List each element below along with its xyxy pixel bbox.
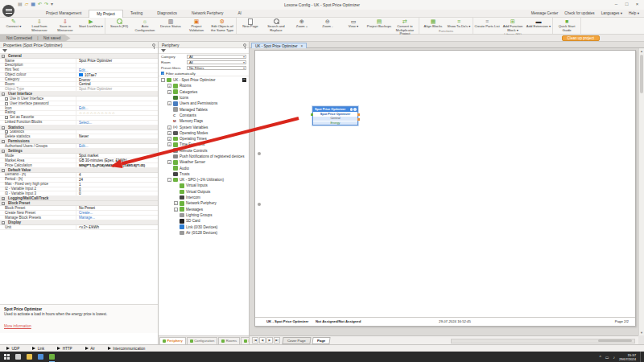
filter-select-preset-filters[interactable]: No Filters xyxy=(187,66,246,71)
property-value[interactable] xyxy=(76,64,158,68)
monitor-air[interactable]: Air xyxy=(85,347,95,351)
block-option-icon[interactable] xyxy=(350,108,353,110)
vertical-scrollbar[interactable]: ▲ ▼ xyxy=(638,48,644,335)
search-and-replace-button[interactable]: Search and Replace xyxy=(263,18,289,36)
maximize-button[interactable]: □ xyxy=(621,0,632,8)
loxone-config-icon[interactable] xyxy=(49,354,55,360)
sheet-tab-cover-page[interactable]: Cover Page xyxy=(282,337,311,344)
property-value[interactable] xyxy=(76,101,158,105)
tree-item-memory-flags[interactable]: MMemory Flags xyxy=(159,118,249,124)
volume-icon[interactable]: ♪ xyxy=(613,355,616,360)
previous-page-button[interactable]: ◀ xyxy=(259,337,266,343)
block-output-pin[interactable] xyxy=(357,113,360,116)
property-value[interactable]: GB 30-minutes (Epex, £/kWh) xyxy=(76,158,158,162)
property-group-settings[interactable]: –Settings xyxy=(0,149,158,154)
file-explorer-icon[interactable] xyxy=(27,354,32,360)
pin-icon[interactable] xyxy=(243,43,246,47)
expand-icon[interactable]: + xyxy=(174,208,178,212)
tree-item-time-functions[interactable]: +Time Functions xyxy=(159,142,249,147)
edit-objects-of-the-same-type-button[interactable]: ⚙Edit Objects of the Same Type xyxy=(209,18,235,32)
create-parts-list-button[interactable]: ≡Create Parts List xyxy=(474,18,500,32)
scrollbar-thumb[interactable] xyxy=(598,339,632,342)
property-value[interactable]: Select... xyxy=(76,121,158,125)
property-value[interactable]: 1 xyxy=(76,183,158,187)
scrollbar-thumb[interactable] xyxy=(640,55,643,93)
horizontal-scrollbar[interactable] xyxy=(451,339,635,343)
first-page-button[interactable]: |◀ xyxy=(252,337,258,343)
property-value[interactable]: Edit... xyxy=(76,68,158,72)
property-value[interactable] xyxy=(76,116,158,120)
connect-button[interactable]: ✎Connect ▾ xyxy=(1,18,27,32)
function-block-spot-price-optimizer[interactable]: Spot Price Optimizer Spot Price Optimize… xyxy=(312,106,358,125)
property-value[interactable]: 0 xyxy=(76,187,158,191)
collapse-icon[interactable]: - xyxy=(167,178,171,182)
collapse-group-icon[interactable]: – xyxy=(2,169,5,172)
block-option-icon[interactable] xyxy=(353,108,356,110)
ribbon-tab-my-project[interactable]: My Project xyxy=(89,10,123,18)
tree-item-messages[interactable]: +Messages xyxy=(159,207,249,212)
hamburger-menu-button[interactable] xyxy=(2,5,14,17)
device-status-button[interactable]: ▥Device Status xyxy=(158,18,184,32)
collapse-group-icon[interactable]: – xyxy=(2,150,5,153)
more-information-link[interactable]: More information xyxy=(4,324,31,328)
tree-item-uk-spot-price-optimizer[interactable]: -UK - Spot Price Optimizer– xyxy=(159,77,249,83)
tree-item-categories[interactable]: +Categories xyxy=(159,89,249,95)
tree-item-push-notifications-of-registered-devices[interactable]: Push Notifications of registered devices xyxy=(159,154,249,159)
last-page-button[interactable]: ▶| xyxy=(274,337,280,343)
convert-to-multiplicator-project-button[interactable]: ⇄Convert to Multiplicator Project xyxy=(392,18,418,36)
property-value[interactable]: Central xyxy=(76,82,158,86)
tree-item-virtual-inputs[interactable]: Virtual Inputs xyxy=(159,183,249,188)
chevron-up-icon[interactable]: ^ xyxy=(599,355,601,360)
project-validation-button[interactable]: ▣Project Validation xyxy=(184,18,209,32)
tree-item-network-periphery[interactable]: +Network Periphery xyxy=(159,200,249,206)
auto-configuration-button[interactable]: ☼Auto Configuration xyxy=(132,18,158,32)
tree-item-users-and-permissions[interactable]: +Users and Permissions xyxy=(159,101,249,106)
menubar-link-check-for-updates[interactable]: Check for updates xyxy=(564,10,594,18)
add-function-block-button[interactable]: ⊞Add Function Block ▾ xyxy=(500,18,526,32)
zoom--button[interactable]: ⊖Zoom - xyxy=(315,18,341,36)
tree-item-link-0-30-devices-[interactable]: Link (0/30 Devices) xyxy=(159,224,249,229)
monitor-link[interactable]: Link xyxy=(32,347,44,351)
start-liveview-button[interactable]: ▶Start LiveView ▾ xyxy=(78,18,104,32)
save-in-miniserver-button[interactable]: ⇩Save in Miniserver xyxy=(52,18,78,32)
search-icon[interactable] xyxy=(15,354,21,360)
ribbon-tab-network-periphery[interactable]: Network Periphery xyxy=(184,10,230,18)
tree-item-operating-times[interactable]: +Operating Times xyxy=(159,136,249,142)
tree-item-constants[interactable]: CConstants xyxy=(159,113,249,118)
close-button[interactable]: × xyxy=(632,0,642,8)
show-to-do-s-button[interactable]: ≡Show To-Do's ▾ xyxy=(446,18,472,29)
property-group-display[interactable]: –Display xyxy=(0,220,158,225)
program-page[interactable]: Spot Price Optimizer Spot Price Optimize… xyxy=(254,50,636,327)
view-button[interactable]: ▭View ▾ xyxy=(341,18,366,36)
panel-tab-configuration[interactable]: Configuration xyxy=(187,337,217,344)
tree-item-air-0-128-devices-[interactable]: Air (0/128 Devices) xyxy=(159,230,249,236)
collapse-group-icon[interactable]: – xyxy=(2,221,5,224)
property-value[interactable]: Spot market xyxy=(76,154,158,158)
next-page-button[interactable]: ▶ xyxy=(266,337,273,343)
property-value[interactable]: Manage... xyxy=(76,216,158,220)
show-desktop-button[interactable] xyxy=(640,352,642,362)
property-value[interactable]: 24 xyxy=(76,178,158,182)
sheet-tab-page[interactable]: Page xyxy=(312,337,331,344)
expand-icon[interactable]: + xyxy=(167,131,171,135)
checkbox-icon[interactable] xyxy=(5,97,8,101)
start-button[interactable] xyxy=(4,354,10,360)
collapse-group-icon[interactable]: – xyxy=(2,93,5,96)
tree-item-remote-controls[interactable]: Remote Controls xyxy=(159,148,249,154)
property-group-permissions[interactable]: –Permissions xyxy=(0,139,158,144)
document-tab[interactable]: UK - Spot Price Optimizer × xyxy=(251,43,307,49)
block-output-pin[interactable] xyxy=(357,118,360,121)
collapse-icon[interactable]: - xyxy=(161,78,165,82)
monitor-udp[interactable]: UDP xyxy=(6,347,19,351)
property-value[interactable]: Create... xyxy=(76,211,158,215)
property-value[interactable]: ☆☆☆☆☆☆☆☆☆☆ xyxy=(76,111,158,115)
property-value[interactable]: Edit... xyxy=(76,106,158,110)
tree-item-system-variables[interactable]: +(x)System Variables xyxy=(159,124,249,130)
tree-item-icons[interactable]: Icons xyxy=(159,95,249,101)
tree-item-rooms[interactable]: +Rooms xyxy=(159,83,249,88)
monitor-http[interactable]: HTTP xyxy=(57,347,72,351)
filter-automatically-checkbox[interactable]: Filter automatically xyxy=(159,71,249,76)
panel-tab-rooms[interactable]: Rooms xyxy=(218,337,240,344)
tree-item-virtual-outputs[interactable]: Virtual Outputs xyxy=(159,189,249,195)
checkbox-icon[interactable] xyxy=(5,116,8,119)
